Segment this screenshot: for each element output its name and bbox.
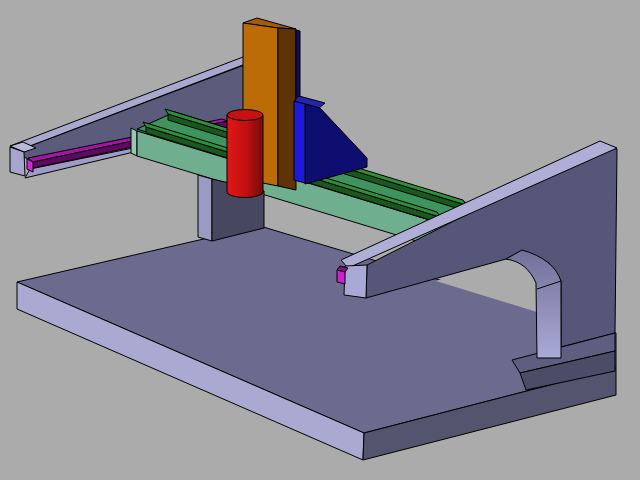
column-side-face[interactable] [278,28,296,190]
spindle-cylinder-top[interactable] [227,110,263,121]
carriage-front-strip[interactable] [294,101,305,183]
right-rail-block-front[interactable] [337,270,345,284]
spindle-cylinder[interactable] [227,110,263,198]
spindle-cylinder-body[interactable] [227,115,263,198]
right-support-end-cap[interactable] [344,265,367,298]
left-support-tip-cap[interactable] [10,147,25,176]
carriage-back-sliver[interactable] [296,30,300,104]
pedestal-side-face[interactable] [198,175,212,241]
model-scene[interactable] [0,0,640,480]
gantry-beam-end-cap[interactable] [131,128,137,156]
cad-viewport[interactable] [0,0,640,480]
